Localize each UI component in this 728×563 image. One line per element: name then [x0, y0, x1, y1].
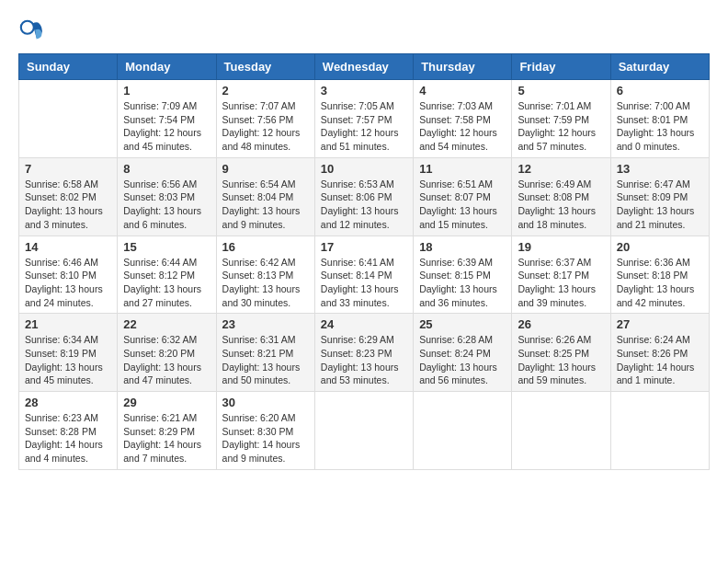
day-number: 12: [518, 162, 604, 176]
day-info: Sunrise: 7:01 AM Sunset: 7:59 PM Dayligh…: [518, 99, 604, 154]
day-info: Sunrise: 6:51 AM Sunset: 8:07 PM Dayligh…: [419, 178, 506, 232]
day-info: Sunrise: 7:09 AM Sunset: 7:54 PM Dayligh…: [123, 99, 210, 154]
day-info: Sunrise: 6:42 AM Sunset: 8:13 PM Dayligh…: [222, 256, 309, 310]
day-cell: 18Sunrise: 6:39 AM Sunset: 8:15 PM Dayli…: [414, 236, 512, 314]
day-number: 15: [123, 240, 210, 254]
day-info: Sunrise: 6:53 AM Sunset: 8:06 PM Dayligh…: [321, 178, 407, 232]
day-number: 23: [222, 317, 309, 331]
day-cell: 22Sunrise: 6:32 AM Sunset: 8:20 PM Dayli…: [118, 314, 216, 392]
day-cell: 19Sunrise: 6:37 AM Sunset: 8:17 PM Dayli…: [512, 236, 610, 314]
day-info: Sunrise: 7:00 AM Sunset: 8:01 PM Dayligh…: [617, 99, 703, 154]
day-cell: 23Sunrise: 6:31 AM Sunset: 8:21 PM Dayli…: [216, 314, 314, 392]
day-cell: 25Sunrise: 6:28 AM Sunset: 8:24 PM Dayli…: [414, 314, 512, 392]
day-info: Sunrise: 7:03 AM Sunset: 7:58 PM Dayligh…: [419, 99, 506, 154]
day-info: Sunrise: 7:07 AM Sunset: 7:56 PM Dayligh…: [222, 99, 309, 154]
day-number: 3: [321, 84, 407, 98]
day-info: Sunrise: 7:05 AM Sunset: 7:57 PM Dayligh…: [321, 99, 407, 154]
day-info: Sunrise: 6:23 AM Sunset: 8:28 PM Dayligh…: [25, 411, 111, 465]
calendar-header: SundayMondayTuesdayWednesdayThursdayFrid…: [19, 54, 710, 80]
day-info: Sunrise: 6:31 AM Sunset: 8:21 PM Dayligh…: [222, 333, 309, 387]
day-info: Sunrise: 6:26 AM Sunset: 8:25 PM Dayligh…: [518, 333, 604, 387]
day-info: Sunrise: 6:44 AM Sunset: 8:12 PM Dayligh…: [123, 256, 210, 310]
day-number: 30: [222, 396, 309, 409]
day-cell: 1Sunrise: 7:09 AM Sunset: 7:54 PM Daylig…: [118, 80, 216, 158]
day-cell: [314, 392, 413, 470]
day-cell: 15Sunrise: 6:44 AM Sunset: 8:12 PM Dayli…: [118, 236, 216, 314]
day-number: 16: [222, 240, 309, 254]
day-info: Sunrise: 6:56 AM Sunset: 8:03 PM Dayligh…: [123, 178, 210, 232]
day-info: Sunrise: 6:28 AM Sunset: 8:24 PM Dayligh…: [419, 333, 506, 387]
day-cell: 2Sunrise: 7:07 AM Sunset: 7:56 PM Daylig…: [216, 80, 314, 158]
day-number: 19: [518, 240, 604, 254]
day-number: 28: [25, 396, 111, 409]
day-info: Sunrise: 6:20 AM Sunset: 8:30 PM Dayligh…: [222, 411, 309, 465]
day-number: 29: [123, 396, 210, 409]
day-cell: 28Sunrise: 6:23 AM Sunset: 8:28 PM Dayli…: [19, 392, 118, 470]
day-cell: 30Sunrise: 6:20 AM Sunset: 8:30 PM Dayli…: [216, 392, 314, 470]
day-number: 6: [617, 84, 703, 98]
day-cell: 8Sunrise: 6:56 AM Sunset: 8:03 PM Daylig…: [118, 157, 216, 236]
day-number: 1: [123, 84, 210, 98]
day-cell: 17Sunrise: 6:41 AM Sunset: 8:14 PM Dayli…: [314, 236, 413, 314]
day-number: 18: [419, 240, 506, 254]
day-number: 4: [419, 84, 506, 98]
week-row-2: 7Sunrise: 6:58 AM Sunset: 8:02 PM Daylig…: [19, 157, 710, 236]
week-row-4: 21Sunrise: 6:34 AM Sunset: 8:19 PM Dayli…: [19, 314, 710, 392]
calendar-table: SundayMondayTuesdayWednesdayThursdayFrid…: [18, 53, 710, 470]
col-header-friday: Friday: [512, 54, 610, 80]
day-cell: 6Sunrise: 7:00 AM Sunset: 8:01 PM Daylig…: [610, 80, 709, 158]
day-cell: 20Sunrise: 6:36 AM Sunset: 8:18 PM Dayli…: [610, 236, 709, 314]
col-header-monday: Monday: [118, 54, 216, 80]
day-number: 10: [321, 162, 407, 176]
logo: [18, 18, 48, 44]
calendar-body: 1Sunrise: 7:09 AM Sunset: 7:54 PM Daylig…: [19, 80, 710, 470]
day-cell: [512, 392, 610, 470]
day-cell: 3Sunrise: 7:05 AM Sunset: 7:57 PM Daylig…: [314, 80, 413, 158]
week-row-3: 14Sunrise: 6:46 AM Sunset: 8:10 PM Dayli…: [19, 236, 710, 314]
day-cell: 10Sunrise: 6:53 AM Sunset: 8:06 PM Dayli…: [314, 157, 413, 236]
day-info: Sunrise: 6:47 AM Sunset: 8:09 PM Dayligh…: [617, 178, 703, 232]
day-info: Sunrise: 6:36 AM Sunset: 8:18 PM Dayligh…: [617, 256, 703, 310]
day-cell: 27Sunrise: 6:24 AM Sunset: 8:26 PM Dayli…: [610, 314, 709, 392]
day-info: Sunrise: 6:34 AM Sunset: 8:19 PM Dayligh…: [25, 333, 111, 387]
day-cell: 5Sunrise: 7:01 AM Sunset: 7:59 PM Daylig…: [512, 80, 610, 158]
day-info: Sunrise: 6:39 AM Sunset: 8:15 PM Dayligh…: [419, 256, 506, 310]
day-number: 7: [25, 162, 111, 176]
day-number: 2: [222, 84, 309, 98]
day-info: Sunrise: 6:46 AM Sunset: 8:10 PM Dayligh…: [25, 256, 111, 310]
day-cell: [19, 80, 118, 158]
day-cell: 21Sunrise: 6:34 AM Sunset: 8:19 PM Dayli…: [19, 314, 118, 392]
day-number: 26: [518, 317, 604, 331]
day-cell: 11Sunrise: 6:51 AM Sunset: 8:07 PM Dayli…: [414, 157, 512, 236]
header-row: SundayMondayTuesdayWednesdayThursdayFrid…: [19, 54, 710, 80]
day-number: 13: [617, 162, 703, 176]
day-info: Sunrise: 6:29 AM Sunset: 8:23 PM Dayligh…: [321, 333, 407, 387]
day-cell: 9Sunrise: 6:54 AM Sunset: 8:04 PM Daylig…: [216, 157, 314, 236]
day-number: 9: [222, 162, 309, 176]
day-cell: 7Sunrise: 6:58 AM Sunset: 8:02 PM Daylig…: [19, 157, 118, 236]
page-header: [18, 18, 710, 44]
week-row-5: 28Sunrise: 6:23 AM Sunset: 8:28 PM Dayli…: [19, 392, 710, 470]
col-header-thursday: Thursday: [414, 54, 512, 80]
col-header-saturday: Saturday: [610, 54, 709, 80]
day-cell: 4Sunrise: 7:03 AM Sunset: 7:58 PM Daylig…: [414, 80, 512, 158]
day-number: 5: [518, 84, 604, 98]
day-cell: [610, 392, 709, 470]
day-cell: 13Sunrise: 6:47 AM Sunset: 8:09 PM Dayli…: [610, 157, 709, 236]
day-number: 20: [617, 240, 703, 254]
day-info: Sunrise: 6:32 AM Sunset: 8:20 PM Dayligh…: [123, 333, 210, 387]
day-info: Sunrise: 6:41 AM Sunset: 8:14 PM Dayligh…: [321, 256, 407, 310]
day-cell: 16Sunrise: 6:42 AM Sunset: 8:13 PM Dayli…: [216, 236, 314, 314]
day-info: Sunrise: 6:37 AM Sunset: 8:17 PM Dayligh…: [518, 256, 604, 310]
week-row-1: 1Sunrise: 7:09 AM Sunset: 7:54 PM Daylig…: [19, 80, 710, 158]
day-cell: 14Sunrise: 6:46 AM Sunset: 8:10 PM Dayli…: [19, 236, 118, 314]
day-number: 22: [123, 317, 210, 331]
day-number: 14: [25, 240, 111, 254]
col-header-wednesday: Wednesday: [314, 54, 413, 80]
day-number: 11: [419, 162, 506, 176]
day-info: Sunrise: 6:54 AM Sunset: 8:04 PM Dayligh…: [222, 178, 309, 232]
col-header-tuesday: Tuesday: [216, 54, 314, 80]
logo-icon: [18, 18, 44, 44]
day-info: Sunrise: 6:24 AM Sunset: 8:26 PM Dayligh…: [617, 333, 703, 387]
day-number: 27: [617, 317, 703, 331]
